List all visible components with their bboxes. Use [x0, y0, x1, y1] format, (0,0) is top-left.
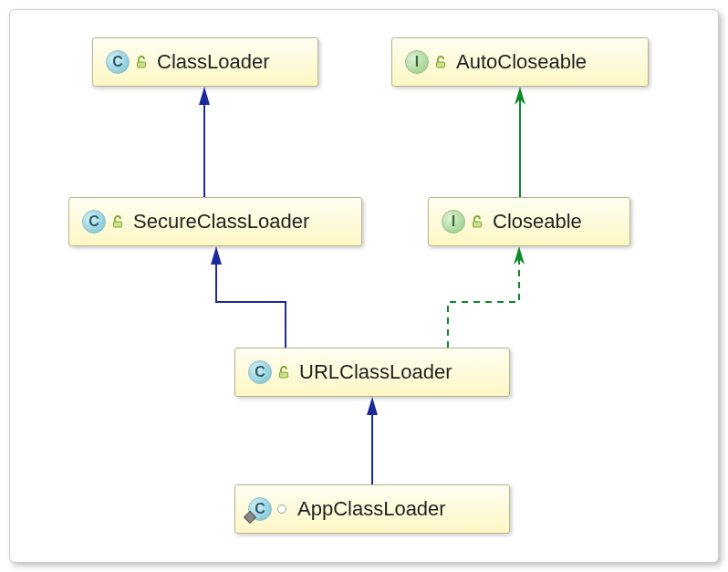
unlock-icon — [135, 56, 148, 68]
class-icon: C — [82, 210, 106, 234]
unlock-icon — [471, 215, 484, 228]
class-icon: C — [248, 497, 272, 521]
interface-icon: I — [442, 210, 465, 234]
package-private-icon — [277, 504, 286, 514]
edge-implements — [448, 252, 519, 348]
node-secure-class-loader[interactable]: C SecureClassLoader — [68, 197, 362, 246]
unlock-icon — [111, 215, 124, 228]
node-label: AutoCloseable — [456, 50, 587, 74]
unlock-icon — [434, 56, 447, 68]
class-icon: C — [106, 50, 130, 74]
node-label: URLClassLoader — [299, 360, 452, 384]
node-label: AppClassLoader — [297, 497, 446, 521]
svg-rect-2 — [114, 222, 122, 227]
arrows-layer — [10, 10, 720, 564]
interface-icon: I — [405, 50, 429, 74]
unlock-icon — [277, 366, 290, 379]
edge-extends — [216, 252, 286, 348]
node-label: ClassLoader — [157, 50, 270, 74]
class-icon: C — [248, 360, 272, 384]
node-class-loader[interactable]: C ClassLoader — [92, 37, 318, 87]
svg-rect-3 — [473, 222, 482, 227]
node-label: Closeable — [493, 210, 582, 234]
svg-rect-0 — [138, 62, 146, 68]
diagram-frame: C ClassLoader I AutoCloseable C SecureCl… — [9, 9, 719, 563]
node-label: SecureClassLoader — [133, 210, 309, 234]
svg-rect-4 — [280, 372, 288, 378]
node-app-class-loader[interactable]: C AppClassLoader — [234, 484, 510, 534]
node-closeable[interactable]: I Closeable — [428, 197, 630, 246]
svg-rect-1 — [437, 62, 445, 68]
node-auto-closeable[interactable]: I AutoCloseable — [391, 37, 649, 87]
node-url-class-loader[interactable]: C URLClassLoader — [234, 348, 510, 397]
